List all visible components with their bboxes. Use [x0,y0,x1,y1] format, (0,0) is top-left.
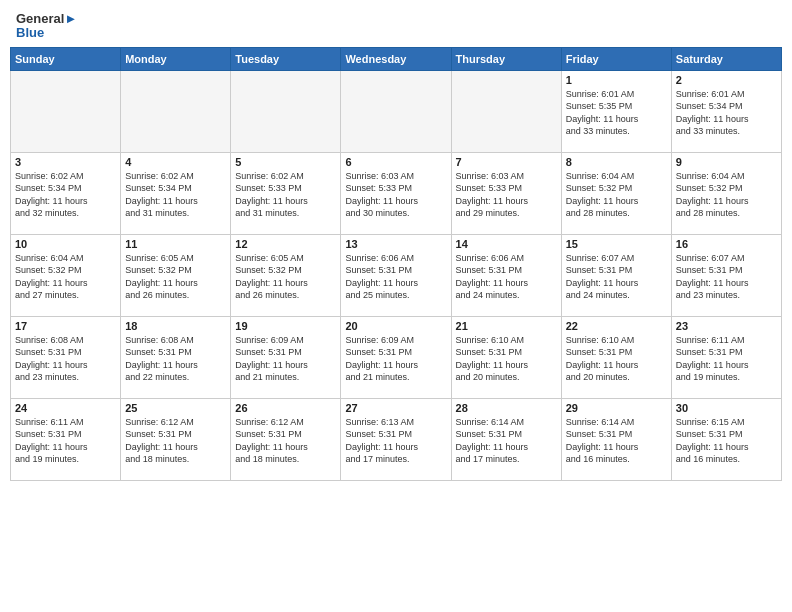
day-number-23: 23 [676,320,777,332]
weekday-header-monday: Monday [121,47,231,70]
logo: General► Blue [16,12,77,41]
weekday-header-saturday: Saturday [671,47,781,70]
day-number-19: 19 [235,320,336,332]
day-info-17: Sunrise: 6:08 AM Sunset: 5:31 PM Dayligh… [15,334,116,384]
day-info-5: Sunrise: 6:02 AM Sunset: 5:33 PM Dayligh… [235,170,336,220]
weekday-header-sunday: Sunday [11,47,121,70]
calendar-cell-w1-d2: 5Sunrise: 6:02 AM Sunset: 5:33 PM Daylig… [231,152,341,234]
calendar-cell-w4-d4: 28Sunrise: 6:14 AM Sunset: 5:31 PM Dayli… [451,398,561,480]
day-info-8: Sunrise: 6:04 AM Sunset: 5:32 PM Dayligh… [566,170,667,220]
calendar-cell-w1-d4: 7Sunrise: 6:03 AM Sunset: 5:33 PM Daylig… [451,152,561,234]
day-number-13: 13 [345,238,446,250]
day-info-10: Sunrise: 6:04 AM Sunset: 5:32 PM Dayligh… [15,252,116,302]
calendar-cell-w0-d3 [341,70,451,152]
day-info-30: Sunrise: 6:15 AM Sunset: 5:31 PM Dayligh… [676,416,777,466]
day-info-14: Sunrise: 6:06 AM Sunset: 5:31 PM Dayligh… [456,252,557,302]
calendar-cell-w4-d1: 25Sunrise: 6:12 AM Sunset: 5:31 PM Dayli… [121,398,231,480]
calendar-cell-w0-d0 [11,70,121,152]
day-number-10: 10 [15,238,116,250]
page: General► Blue SundayMondayTuesdayWednesd… [0,0,792,612]
calendar-cell-w0-d4 [451,70,561,152]
day-info-1: Sunrise: 6:01 AM Sunset: 5:35 PM Dayligh… [566,88,667,138]
calendar-cell-w3-d5: 22Sunrise: 6:10 AM Sunset: 5:31 PM Dayli… [561,316,671,398]
week-row-0: 1Sunrise: 6:01 AM Sunset: 5:35 PM Daylig… [11,70,782,152]
day-number-7: 7 [456,156,557,168]
day-info-15: Sunrise: 6:07 AM Sunset: 5:31 PM Dayligh… [566,252,667,302]
day-info-9: Sunrise: 6:04 AM Sunset: 5:32 PM Dayligh… [676,170,777,220]
day-info-29: Sunrise: 6:14 AM Sunset: 5:31 PM Dayligh… [566,416,667,466]
calendar-cell-w3-d2: 19Sunrise: 6:09 AM Sunset: 5:31 PM Dayli… [231,316,341,398]
week-row-2: 10Sunrise: 6:04 AM Sunset: 5:32 PM Dayli… [11,234,782,316]
day-info-18: Sunrise: 6:08 AM Sunset: 5:31 PM Dayligh… [125,334,226,384]
day-number-15: 15 [566,238,667,250]
day-info-20: Sunrise: 6:09 AM Sunset: 5:31 PM Dayligh… [345,334,446,384]
calendar-cell-w0-d2 [231,70,341,152]
calendar-cell-w3-d6: 23Sunrise: 6:11 AM Sunset: 5:31 PM Dayli… [671,316,781,398]
day-number-2: 2 [676,74,777,86]
day-number-11: 11 [125,238,226,250]
calendar-cell-w3-d1: 18Sunrise: 6:08 AM Sunset: 5:31 PM Dayli… [121,316,231,398]
logo-blue: Blue [16,26,77,40]
weekday-header-tuesday: Tuesday [231,47,341,70]
day-number-30: 30 [676,402,777,414]
calendar-cell-w2-d4: 14Sunrise: 6:06 AM Sunset: 5:31 PM Dayli… [451,234,561,316]
day-info-25: Sunrise: 6:12 AM Sunset: 5:31 PM Dayligh… [125,416,226,466]
logo-general: General► [16,12,77,26]
day-info-27: Sunrise: 6:13 AM Sunset: 5:31 PM Dayligh… [345,416,446,466]
day-number-20: 20 [345,320,446,332]
calendar-cell-w2-d2: 12Sunrise: 6:05 AM Sunset: 5:32 PM Dayli… [231,234,341,316]
calendar-cell-w1-d1: 4Sunrise: 6:02 AM Sunset: 5:34 PM Daylig… [121,152,231,234]
day-info-13: Sunrise: 6:06 AM Sunset: 5:31 PM Dayligh… [345,252,446,302]
day-number-6: 6 [345,156,446,168]
day-number-4: 4 [125,156,226,168]
day-number-12: 12 [235,238,336,250]
logo-blue-text: ► [64,11,77,26]
day-number-5: 5 [235,156,336,168]
calendar-cell-w0-d5: 1Sunrise: 6:01 AM Sunset: 5:35 PM Daylig… [561,70,671,152]
day-info-12: Sunrise: 6:05 AM Sunset: 5:32 PM Dayligh… [235,252,336,302]
calendar-cell-w2-d6: 16Sunrise: 6:07 AM Sunset: 5:31 PM Dayli… [671,234,781,316]
day-number-18: 18 [125,320,226,332]
day-info-26: Sunrise: 6:12 AM Sunset: 5:31 PM Dayligh… [235,416,336,466]
calendar-cell-w0-d6: 2Sunrise: 6:01 AM Sunset: 5:34 PM Daylig… [671,70,781,152]
day-info-7: Sunrise: 6:03 AM Sunset: 5:33 PM Dayligh… [456,170,557,220]
calendar-table: SundayMondayTuesdayWednesdayThursdayFrid… [10,47,782,481]
calendar-cell-w2-d5: 15Sunrise: 6:07 AM Sunset: 5:31 PM Dayli… [561,234,671,316]
week-row-4: 24Sunrise: 6:11 AM Sunset: 5:31 PM Dayli… [11,398,782,480]
calendar-cell-w2-d0: 10Sunrise: 6:04 AM Sunset: 5:32 PM Dayli… [11,234,121,316]
day-number-21: 21 [456,320,557,332]
day-number-9: 9 [676,156,777,168]
calendar-cell-w4-d0: 24Sunrise: 6:11 AM Sunset: 5:31 PM Dayli… [11,398,121,480]
header: General► Blue [0,0,792,47]
calendar-container: SundayMondayTuesdayWednesdayThursdayFrid… [10,47,782,481]
day-info-28: Sunrise: 6:14 AM Sunset: 5:31 PM Dayligh… [456,416,557,466]
day-info-11: Sunrise: 6:05 AM Sunset: 5:32 PM Dayligh… [125,252,226,302]
calendar-cell-w4-d3: 27Sunrise: 6:13 AM Sunset: 5:31 PM Dayli… [341,398,451,480]
day-info-22: Sunrise: 6:10 AM Sunset: 5:31 PM Dayligh… [566,334,667,384]
calendar-cell-w1-d0: 3Sunrise: 6:02 AM Sunset: 5:34 PM Daylig… [11,152,121,234]
day-number-14: 14 [456,238,557,250]
calendar-cell-w2-d3: 13Sunrise: 6:06 AM Sunset: 5:31 PM Dayli… [341,234,451,316]
calendar-cell-w3-d3: 20Sunrise: 6:09 AM Sunset: 5:31 PM Dayli… [341,316,451,398]
day-info-19: Sunrise: 6:09 AM Sunset: 5:31 PM Dayligh… [235,334,336,384]
day-number-24: 24 [15,402,116,414]
week-row-3: 17Sunrise: 6:08 AM Sunset: 5:31 PM Dayli… [11,316,782,398]
day-number-27: 27 [345,402,446,414]
calendar-cell-w1-d6: 9Sunrise: 6:04 AM Sunset: 5:32 PM Daylig… [671,152,781,234]
day-number-26: 26 [235,402,336,414]
day-info-16: Sunrise: 6:07 AM Sunset: 5:31 PM Dayligh… [676,252,777,302]
day-info-6: Sunrise: 6:03 AM Sunset: 5:33 PM Dayligh… [345,170,446,220]
day-number-1: 1 [566,74,667,86]
day-number-17: 17 [15,320,116,332]
day-info-23: Sunrise: 6:11 AM Sunset: 5:31 PM Dayligh… [676,334,777,384]
day-number-29: 29 [566,402,667,414]
day-number-22: 22 [566,320,667,332]
calendar-cell-w1-d3: 6Sunrise: 6:03 AM Sunset: 5:33 PM Daylig… [341,152,451,234]
day-info-4: Sunrise: 6:02 AM Sunset: 5:34 PM Dayligh… [125,170,226,220]
calendar-cell-w4-d5: 29Sunrise: 6:14 AM Sunset: 5:31 PM Dayli… [561,398,671,480]
day-number-8: 8 [566,156,667,168]
calendar-cell-w4-d2: 26Sunrise: 6:12 AM Sunset: 5:31 PM Dayli… [231,398,341,480]
calendar-cell-w3-d4: 21Sunrise: 6:10 AM Sunset: 5:31 PM Dayli… [451,316,561,398]
calendar-cell-w4-d6: 30Sunrise: 6:15 AM Sunset: 5:31 PM Dayli… [671,398,781,480]
day-number-25: 25 [125,402,226,414]
